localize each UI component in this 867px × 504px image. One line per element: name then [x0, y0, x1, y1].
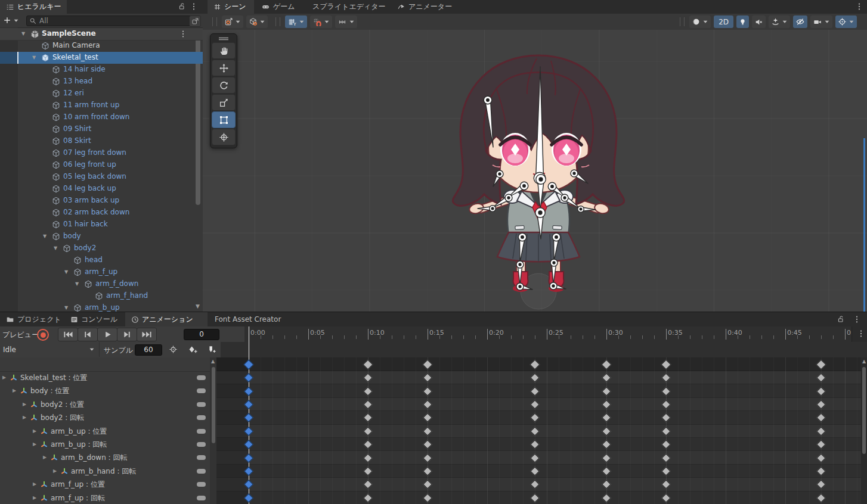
chevron-down-icon[interactable]	[349, 20, 355, 24]
property-value-pill[interactable]	[197, 455, 206, 460]
tab-console[interactable]: コンソール	[64, 312, 122, 326]
expander-icon[interactable]: ▼	[54, 245, 57, 251]
open-in-window-button[interactable]	[189, 15, 201, 27]
expander-icon[interactable]: ▶	[2, 375, 6, 380]
chevron-down-icon[interactable]	[299, 20, 305, 24]
tab-font-asset-creator[interactable]: Font Asset Creator	[209, 312, 303, 326]
grid-snapping-button[interactable]: Y	[285, 15, 307, 28]
animated-property-row[interactable]: ▶Skeletal_test : 位置	[0, 371, 210, 384]
scale-tool-button[interactable]	[212, 94, 236, 111]
gizmos-button[interactable]	[835, 15, 857, 28]
hierarchy-row[interactable]: 04 leg back up	[0, 183, 203, 195]
kebab-menu-icon[interactable]	[179, 30, 187, 38]
expander-icon[interactable]: ▼	[43, 234, 47, 239]
play-button[interactable]	[97, 328, 117, 341]
lock-open-icon[interactable]	[837, 315, 845, 323]
hierarchy-row[interactable]: 06 leg front up	[0, 159, 203, 171]
tab-animation[interactable]: アニメーション	[125, 312, 208, 326]
clip-dropdown[interactable]: Idle	[0, 342, 100, 357]
kebab-menu-icon[interactable]	[190, 2, 198, 11]
chevron-down-icon[interactable]	[702, 20, 708, 24]
scroll-up-icon[interactable]: ▲	[862, 359, 866, 364]
expander-icon[interactable]: ▼	[75, 281, 79, 287]
hierarchy-row[interactable]: arm_f_hand	[0, 290, 203, 302]
property-value-pill[interactable]	[197, 429, 206, 434]
animated-property-row[interactable]: ▶arm_f_up : 回転	[0, 491, 210, 504]
hierarchy-row[interactable]: 11 arm front up	[0, 99, 203, 111]
hierarchy-row[interactable]: 09 Shirt	[0, 123, 203, 135]
palette-drag-handle[interactable]	[210, 36, 237, 42]
expander-icon[interactable]: ▶	[33, 481, 36, 487]
property-value-pill[interactable]	[197, 388, 206, 393]
expander-icon[interactable]: ▶	[53, 468, 57, 474]
hierarchy-row[interactable]: 07 leg front down	[0, 147, 203, 159]
tool-handle-pivot-button[interactable]	[222, 15, 243, 28]
dopesheet-row[interactable]	[216, 438, 867, 451]
dopesheet-row[interactable]	[216, 491, 867, 504]
hierarchy-row[interactable]: head	[0, 254, 203, 266]
add-event-button[interactable]	[207, 345, 216, 354]
expander-icon[interactable]: ▼	[21, 31, 25, 36]
hand-tool-button[interactable]	[212, 42, 236, 59]
rotate-tool-button[interactable]	[212, 77, 236, 94]
chevron-down-icon[interactable]	[824, 20, 830, 24]
hierarchy-row[interactable]: ▼Skeletal_test	[0, 52, 203, 64]
tab-scene[interactable]: シーン	[208, 0, 254, 14]
animated-property-row[interactable]: ▶arm_b_up : 回転	[0, 438, 210, 451]
property-value-pill[interactable]	[197, 469, 206, 474]
samples-field[interactable]: 60	[135, 344, 162, 356]
dopesheet-row[interactable]	[216, 371, 867, 384]
search-input[interactable]: All	[26, 15, 192, 26]
go-to-end-button[interactable]	[137, 328, 157, 341]
hierarchy-row[interactable]: ▼body	[0, 231, 203, 242]
properties-scrollbar[interactable]: ▲	[210, 357, 216, 504]
hierarchy-row[interactable]: Main Camera	[0, 40, 203, 52]
property-value-pill[interactable]	[197, 442, 206, 447]
lock-open-icon[interactable]	[178, 2, 186, 10]
snap-increment-button[interactable]	[335, 15, 357, 28]
property-value-pill[interactable]	[197, 375, 206, 380]
animated-property-row[interactable]: ▶arm_f_up : 位置	[0, 478, 210, 491]
frame-number-field[interactable]: 0	[184, 329, 219, 340]
dopesheet-scrollbar-thumb[interactable]	[862, 367, 866, 454]
expander-icon[interactable]: ▶	[13, 388, 16, 393]
shading-mode-button[interactable]	[689, 15, 711, 28]
expander-icon[interactable]: ▶	[33, 428, 36, 434]
hierarchy-row[interactable]: 14 hair side	[0, 64, 203, 76]
chevron-down-icon[interactable]	[235, 20, 241, 24]
property-value-pill[interactable]	[197, 496, 206, 500]
hierarchy-row[interactable]: ▼body2	[0, 242, 203, 254]
hierarchy-row[interactable]: ▼arm_b_up	[0, 302, 203, 312]
tab-hierarchy[interactable]: ヒエラルキー	[0, 0, 67, 14]
hierarchy-row[interactable]: 03 arm back up	[0, 195, 203, 207]
snap-magnet-button[interactable]	[310, 15, 332, 28]
audio-mute-button[interactable]	[752, 15, 766, 28]
hierarchy-row[interactable]: 13 head	[0, 76, 203, 88]
animated-property-row[interactable]: ▶arm_b_hand : 回転	[0, 465, 210, 478]
preview-toggle-button[interactable]: プレビュー	[2, 330, 39, 340]
animated-property-row[interactable]: ▶arm_b_down : 回転	[0, 451, 210, 464]
expander-icon[interactable]: ▼	[64, 269, 68, 275]
mode-2d-button[interactable]: 2D	[714, 15, 733, 28]
hierarchy-row[interactable]: 05 leg back down	[0, 171, 203, 183]
rect-tool-button[interactable]	[212, 111, 236, 128]
expander-icon[interactable]: ▼	[64, 305, 68, 310]
animated-property-row[interactable]: ▶arm_b_up : 位置	[0, 425, 210, 438]
properties-scrollbar-thumb[interactable]	[212, 367, 215, 443]
property-value-pill[interactable]	[197, 415, 206, 420]
scene-lighting-button[interactable]	[736, 15, 749, 28]
next-key-button[interactable]	[117, 328, 137, 341]
hierarchy-row[interactable]: 10 arm front down	[0, 111, 203, 123]
dopesheet-row[interactable]	[216, 384, 867, 397]
hierarchy-row[interactable]: 01 hair back	[0, 219, 203, 231]
hierarchy-row[interactable]: ▼arm_f_down	[0, 278, 203, 290]
transform-tool-button[interactable]	[212, 129, 236, 145]
dopesheet-row[interactable]	[216, 411, 867, 424]
scroll-up-icon[interactable]: ▲	[211, 359, 215, 364]
kebab-menu-icon[interactable]	[857, 329, 865, 338]
hierarchy-row[interactable]: 08 Skirt	[0, 135, 203, 147]
go-to-start-button[interactable]	[58, 328, 78, 341]
hierarchy-row[interactable]: ▼SampleScene	[0, 28, 203, 41]
expander-icon[interactable]: ▶	[33, 441, 36, 447]
camera-settings-button[interactable]	[810, 15, 832, 28]
